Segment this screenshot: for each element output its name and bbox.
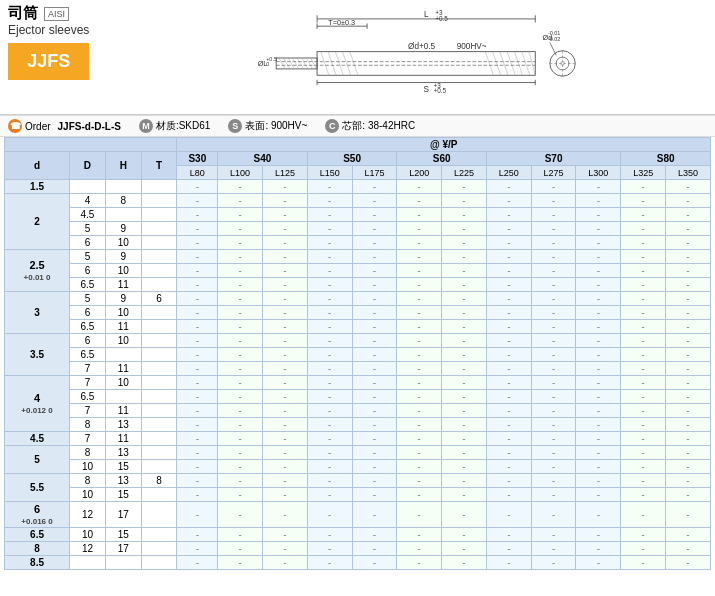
table-row: 5.58138------------ — [5, 474, 711, 488]
cell-price: - — [666, 194, 711, 208]
col-L100: L100 — [218, 166, 263, 180]
cell-price: - — [442, 250, 487, 264]
cell-price: - — [218, 404, 263, 418]
cell-price: - — [177, 348, 218, 362]
cell-price: - — [621, 194, 666, 208]
cell-price: - — [531, 250, 576, 264]
cell-price: - — [442, 390, 487, 404]
cell-price: - — [621, 460, 666, 474]
table-row: 59------------ — [5, 222, 711, 236]
cell-price: - — [442, 320, 487, 334]
cell-price: - — [576, 418, 621, 432]
cell-price: - — [531, 264, 576, 278]
cell-price: - — [177, 250, 218, 264]
col-L125: L125 — [263, 166, 308, 180]
cell-price: - — [397, 236, 442, 250]
cell-price: - — [218, 488, 263, 502]
cell-price: - — [576, 362, 621, 376]
cell-D — [70, 556, 106, 570]
cell-price: - — [531, 390, 576, 404]
svg-line-21 — [328, 52, 336, 76]
cell-price: - — [177, 390, 218, 404]
cell-price: - — [352, 292, 397, 306]
cell-price: - — [263, 432, 308, 446]
cell-price: - — [177, 376, 218, 390]
cell-price: - — [531, 376, 576, 390]
cell-price: - — [621, 446, 666, 460]
cell-price: - — [218, 418, 263, 432]
cell-price: - — [307, 528, 352, 542]
cell-price: - — [576, 488, 621, 502]
cell-price: - — [576, 432, 621, 446]
cell-price: - — [307, 292, 352, 306]
table-row: 6.51015------------ — [5, 528, 711, 542]
svg-rect-19 — [317, 52, 535, 76]
cell-price: - — [352, 180, 397, 194]
cell-price: - — [442, 222, 487, 236]
cell-price: - — [263, 474, 308, 488]
cell-D — [70, 180, 106, 194]
cell-D: 5 — [70, 222, 106, 236]
cell-price: - — [177, 474, 218, 488]
cell-T — [141, 236, 177, 250]
table-row: 3596------------ — [5, 292, 711, 306]
cell-price: - — [486, 488, 531, 502]
cell-price: - — [352, 376, 397, 390]
cell-price: - — [352, 460, 397, 474]
info-row: ☎ Order JJFS-d-D-L-S M 材质:SKD61 S 表面: 90… — [0, 115, 715, 137]
cell-price: - — [442, 556, 487, 570]
svg-point-45 — [550, 51, 575, 76]
cell-price: - — [486, 194, 531, 208]
cell-price: - — [621, 556, 666, 570]
cell-H: 17 — [105, 542, 141, 556]
cell-price: - — [442, 488, 487, 502]
col-D-header: D — [70, 152, 106, 180]
cell-price: - — [666, 320, 711, 334]
cell-T — [141, 208, 177, 222]
cell-price: - — [442, 278, 487, 292]
cell-price: - — [442, 446, 487, 460]
cell-D: 7 — [70, 362, 106, 376]
cell-price: - — [531, 502, 576, 528]
cell-price: - — [397, 542, 442, 556]
cell-price: - — [397, 404, 442, 418]
cell-price: - — [397, 208, 442, 222]
col-S40-header: S40 — [218, 152, 308, 166]
cell-price: - — [531, 222, 576, 236]
chinese-title: 司筒 — [8, 4, 38, 23]
cell-price: - — [397, 432, 442, 446]
cell-D: 4 — [70, 194, 106, 208]
cell-price: - — [531, 460, 576, 474]
cell-price: - — [263, 208, 308, 222]
table-row: 6.5------------ — [5, 390, 711, 404]
col-S50-header: S50 — [307, 152, 397, 166]
cell-price: - — [307, 250, 352, 264]
cell-D: 5 — [70, 250, 106, 264]
cell-price: - — [177, 208, 218, 222]
cell-price: - — [621, 474, 666, 488]
table-header-price: @ ¥/P — [5, 138, 711, 152]
cell-D: 6 — [70, 306, 106, 320]
cell-H: 8 — [105, 194, 141, 208]
cell-price: - — [263, 236, 308, 250]
cell-T — [141, 376, 177, 390]
cell-D: 5 — [70, 292, 106, 306]
table-row: 6.511------------ — [5, 320, 711, 334]
cell-price: - — [218, 556, 263, 570]
cell-price: - — [486, 556, 531, 570]
cell-price: - — [397, 460, 442, 474]
core-icon: C — [325, 119, 339, 133]
cell-T — [141, 222, 177, 236]
cell-price: - — [486, 250, 531, 264]
cell-H: 13 — [105, 446, 141, 460]
cell-price: - — [442, 418, 487, 432]
cell-price: - — [263, 418, 308, 432]
cell-price: - — [442, 334, 487, 348]
cell-d: 3.5 — [5, 334, 70, 376]
cell-D: 7 — [70, 404, 106, 418]
cell-price: - — [666, 208, 711, 222]
cell-price: - — [218, 542, 263, 556]
cell-D: 8 — [70, 446, 106, 460]
cell-D: 10 — [70, 460, 106, 474]
cell-price: - — [486, 222, 531, 236]
